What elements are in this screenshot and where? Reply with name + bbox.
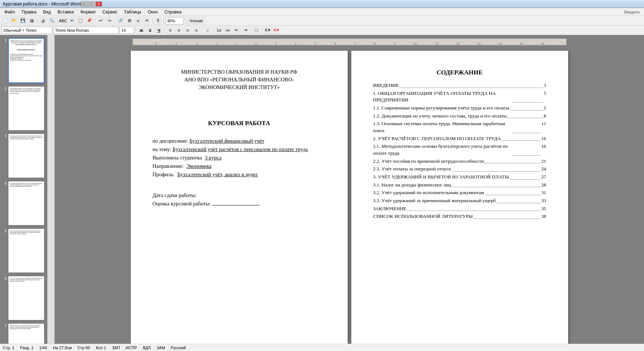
spell-button[interactable]: ABC bbox=[59, 17, 67, 25]
toc-entry-page: 5 bbox=[544, 90, 546, 104]
align-right-button[interactable]: ≡ bbox=[184, 26, 192, 34]
toc-entry-page: 31 bbox=[541, 189, 546, 196]
size-dropdown[interactable]: 14 bbox=[120, 27, 134, 34]
toc-entry: 3. УЧЁТ УДЕРЖАНИЙ И ВЫЧЕТОВ ИЗ ЗАРАБОТНО… bbox=[373, 174, 546, 181]
increase-indent-button[interactable]: ⇥ bbox=[241, 26, 249, 34]
toc-entry: 2.3. Учёт оплаты за очередной отпуск24 bbox=[373, 166, 546, 173]
decrease-indent-button[interactable]: ⇤ bbox=[233, 26, 241, 34]
highlight-button[interactable]: A▼ bbox=[264, 26, 272, 34]
border-button[interactable]: □ bbox=[253, 26, 261, 34]
performed-value: 3 курса bbox=[205, 155, 222, 161]
toc-entry: 1.3. Основные системы оплаты труда. Мини… bbox=[373, 120, 546, 134]
toc-entry-text: 3.3. Учёт удержаний за причиненный матер… bbox=[373, 197, 496, 204]
redo-button[interactable]: ↪ bbox=[105, 17, 113, 25]
thumbnail-item[interactable]: 2Lorem ipsum dolor sit amet consectetur … bbox=[1, 86, 46, 131]
copy-button[interactable]: 📋 bbox=[77, 17, 85, 25]
underline-button[interactable]: Ч bbox=[155, 26, 163, 34]
table-button[interactable]: ⊞ bbox=[125, 17, 133, 25]
bold-button[interactable]: Ж bbox=[137, 26, 145, 34]
menu-window[interactable]: Окно bbox=[145, 9, 161, 15]
toc-entry-text: 2. УЧЁТ РАСЧЁТОВ С ПЕРСОНАЛОМ ПО ОПЛАТЕ … bbox=[373, 135, 501, 142]
open-button[interactable]: 📂 bbox=[10, 17, 18, 25]
paste-button[interactable]: 📌 bbox=[85, 17, 93, 25]
thumbnail-page[interactable]: Lorem ipsum dolor sit amet consectetur a… bbox=[8, 86, 44, 131]
thumbnail-page[interactable]: Nam libero tempore cum soluta nobis est … bbox=[8, 323, 44, 344]
zoom-dropdown[interactable]: 90% bbox=[165, 17, 184, 24]
sep-fmt3 bbox=[202, 27, 202, 34]
font-dropdown[interactable]: Times New Roman bbox=[53, 27, 119, 34]
main-area: 1МИНИСТЕРСТВО ОБРАЗОВАНИЯ И НАУКИ РФАНО … bbox=[0, 35, 644, 344]
justify-button[interactable]: ≡ bbox=[192, 26, 200, 34]
toc-entry-text: 3. УЧЁТ УДЕРЖАНИЙ И ВЫЧЕТОВ ИЗ ЗАРАБОТНО… bbox=[373, 174, 509, 181]
toc-entry: 3.1. Налог на доходы физических лиц28 bbox=[373, 182, 546, 189]
toc-entry: ЗАКЛЮЧЕНИЕ35 bbox=[373, 205, 546, 212]
toc-entry: 3.3. Учёт удержаний за причиненный матер… bbox=[373, 197, 546, 204]
print-preview-button[interactable]: 🔍 bbox=[48, 17, 56, 25]
thumbnail-page[interactable]: Sed ut perspiciatis unde omnis iste natu… bbox=[8, 181, 44, 225]
page-1: МИНИСТЕРСТВО ОБРАЗОВАНИЯ И НАУКИ РФ АНО … bbox=[131, 51, 348, 344]
menu-view[interactable]: Вид bbox=[40, 9, 54, 15]
status-page: Стр. 1 bbox=[3, 346, 14, 350]
thumbnail-number: 3 bbox=[1, 134, 7, 138]
thumbnail-page[interactable]: МИНИСТЕРСТВО ОБРАЗОВАНИЯ И НАУКИ РФАНО В… bbox=[8, 38, 44, 83]
toc-dots bbox=[407, 205, 540, 211]
maximize-button[interactable]: □ bbox=[88, 1, 95, 7]
thumbnail-item[interactable]: 3Duis aute irure dolor in reprehenderit … bbox=[1, 134, 46, 178]
toc-dots bbox=[507, 113, 543, 119]
font-color-button[interactable]: A▼ bbox=[273, 26, 281, 34]
align-left-button[interactable]: ≡ bbox=[166, 26, 174, 34]
read-button[interactable]: Чтение bbox=[187, 17, 206, 25]
menu-insert[interactable]: Вставка bbox=[55, 9, 77, 15]
style-dropdown[interactable]: Обычный + Times bbox=[1, 27, 52, 34]
bullet-list-button[interactable]: •≡ bbox=[224, 26, 232, 34]
thumbnail-page[interactable]: At vero eos et accusamus et iusto odio d… bbox=[8, 276, 44, 320]
thumbnail-item[interactable]: 1МИНИСТЕРСТВО ОБРАЗОВАНИЯ И НАУКИ РФАНО … bbox=[1, 38, 46, 83]
toc-dots bbox=[484, 158, 540, 164]
thumbnail-page[interactable]: Duis aute irure dolor in reprehenderit i… bbox=[8, 134, 44, 178]
status-record: ЗАП bbox=[112, 346, 120, 350]
menu-help[interactable]: Справка bbox=[161, 9, 184, 15]
menu-edit[interactable]: Правка bbox=[19, 9, 40, 15]
thumbnail-item[interactable]: 6At vero eos et accusamus et iusto odio … bbox=[1, 276, 46, 320]
sep6 bbox=[164, 18, 164, 24]
minimize-button[interactable]: — bbox=[81, 1, 87, 7]
toc-entry-page: 16 bbox=[541, 135, 546, 142]
topic-label: на тему: bbox=[153, 146, 171, 152]
menubar: Файл Правка Вид Вставка Формат Сервис Та… bbox=[0, 8, 644, 16]
show-hide-button[interactable]: ¶ bbox=[154, 17, 162, 25]
toc-entry-page: 33 bbox=[541, 197, 546, 204]
cut-button[interactable]: ✂ bbox=[68, 17, 76, 25]
align-center-button[interactable]: ≡ bbox=[175, 26, 183, 34]
menu-tools[interactable]: Сервис bbox=[99, 9, 120, 15]
toc-entry-page: 8 bbox=[544, 113, 546, 120]
thumbnail-item[interactable]: 4Sed ut perspiciatis unde omnis iste nat… bbox=[1, 181, 46, 225]
profile-value: Бухгалтерский учёт, анализ и аудит bbox=[177, 171, 258, 177]
toc-dots bbox=[485, 189, 540, 195]
numbered-list-button[interactable]: 1≡ bbox=[215, 26, 223, 34]
print-button[interactable]: 🖨 bbox=[39, 17, 47, 25]
toc-entry-text: ЗАКЛЮЧЕНИЕ bbox=[373, 205, 407, 212]
undo-button[interactable]: ↩ bbox=[97, 17, 105, 25]
search-hint: Введите bbox=[624, 10, 643, 14]
toc-entry: 2. УЧЁТ РАСЧЁТОВ С ПЕРСОНАЛОМ ПО ОПЛАТЕ … bbox=[373, 135, 546, 142]
statusbar: Стр. 1 Разд. 1 1/40 На 27,9см Стр 60 Кол… bbox=[0, 344, 644, 351]
thumbnail-item[interactable]: 5Nemo enim ipsam voluptatem quia volupta… bbox=[1, 228, 46, 273]
italic-button[interactable]: К bbox=[146, 26, 154, 34]
save-as-button[interactable]: 🖫 bbox=[28, 17, 36, 25]
hyperlink-button[interactable]: 🔗 bbox=[117, 17, 125, 25]
document-area[interactable]: -3-2-1|12345678910111213141516 МИНИСТЕРС… bbox=[55, 35, 644, 344]
status-overwrite: ЗАМ bbox=[157, 346, 165, 350]
new-button[interactable]: 📄 bbox=[1, 17, 9, 25]
thumbnail-item[interactable]: 7Nam libero tempore cum soluta nobis est… bbox=[1, 323, 46, 344]
menu-table[interactable]: Таблица bbox=[121, 9, 144, 15]
save-button[interactable]: 💾 bbox=[19, 17, 27, 25]
sep7 bbox=[185, 18, 186, 24]
menu-file[interactable]: Файл bbox=[1, 9, 18, 15]
columns-button[interactable]: ≡ bbox=[134, 17, 142, 25]
menu-format[interactable]: Формат bbox=[77, 9, 99, 15]
thumbnail-page[interactable]: Nemo enim ipsam voluptatem quia voluptas… bbox=[8, 228, 44, 273]
status-language: Русский bbox=[171, 346, 186, 350]
drawing-button[interactable]: ✏ bbox=[143, 17, 151, 25]
close-button[interactable]: ✕ bbox=[95, 1, 102, 7]
line-spacing-button[interactable]: ↕ bbox=[204, 26, 212, 34]
